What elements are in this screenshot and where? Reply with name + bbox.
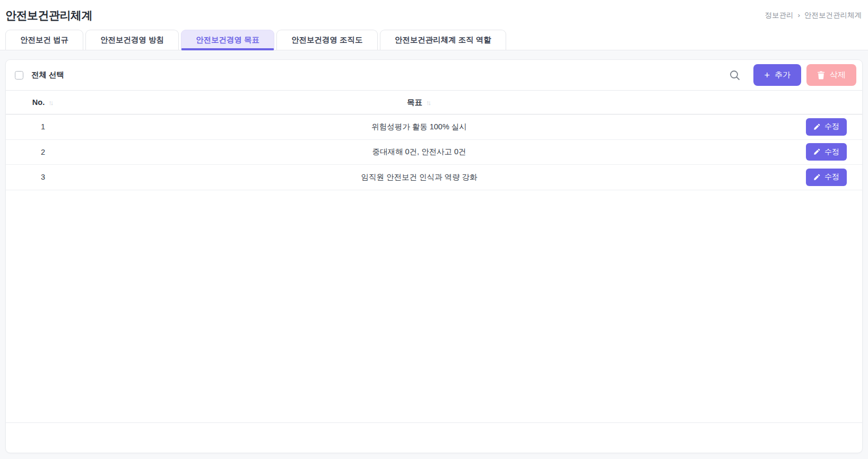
card-toolbar: 전체 선택 + 추가: [6, 60, 862, 90]
goal-text: 임직원 안전보건 인식과 역량 강화: [80, 172, 758, 182]
column-label: 목표: [407, 98, 422, 108]
table-row: 1 위험성평가 활동 100% 실시 수정: [6, 114, 862, 140]
plus-icon: +: [764, 70, 770, 80]
column-label: No.: [32, 98, 45, 107]
row-number: 2: [6, 148, 80, 156]
page-header: 안전보건관리체계 정보관리 › 안전보건관리체계: [0, 0, 868, 30]
edit-button-label: 수정: [824, 122, 839, 131]
toolbar-actions: + 추가 삭제: [725, 64, 856, 86]
breadcrumb-separator-icon: ›: [798, 11, 801, 19]
goal-text: 위험성평가 활동 100% 실시: [80, 122, 758, 132]
select-all-checkbox[interactable]: [15, 71, 23, 80]
edit-button[interactable]: 수정: [806, 118, 847, 136]
tab-label: 안전보건경영 방침: [100, 35, 164, 45]
tab-label: 안전보건 법규: [20, 35, 68, 45]
tab-org-roles[interactable]: 안전보건관리체계 조직 역할: [380, 30, 506, 50]
breadcrumb: 정보관리 › 안전보건관리체계: [765, 11, 862, 20]
delete-button-label: 삭제: [830, 70, 846, 80]
edit-button[interactable]: 수정: [806, 169, 847, 186]
add-button-label: 추가: [775, 70, 791, 80]
tab-management-policy[interactable]: 안전보건경영 방침: [85, 30, 179, 50]
goals-card: 전체 선택 + 추가: [5, 59, 863, 453]
row-actions: 수정: [758, 118, 862, 136]
card-footer: [6, 422, 862, 453]
row-actions: 수정: [758, 143, 862, 161]
goal-text: 중대재해 0건, 안전사고 0건: [80, 147, 758, 157]
add-button[interactable]: + 추가: [753, 64, 801, 86]
magnifier-icon: [729, 69, 741, 81]
delete-button[interactable]: 삭제: [806, 64, 856, 86]
edit-button-label: 수정: [824, 147, 839, 157]
sort-icon[interactable]: ↑↓: [426, 99, 431, 106]
table-header: No. ↑↓ 목표 ↑↓: [6, 90, 862, 114]
tab-management-goals[interactable]: 안전보건경영 목표: [181, 30, 274, 50]
row-number: 1: [6, 122, 80, 131]
breadcrumb-item-current: 안전보건관리체계: [804, 11, 862, 20]
tab-safety-health-regulations[interactable]: 안전보건 법규: [5, 30, 83, 50]
sort-icon[interactable]: ↑↓: [48, 99, 54, 106]
column-header-no[interactable]: No. ↑↓: [6, 98, 80, 107]
select-all-label: 전체 선택: [31, 70, 64, 80]
tab-label: 안전보건경영 조직도: [291, 35, 363, 45]
tab-label: 안전보건경영 목표: [196, 35, 259, 45]
edit-button-label: 수정: [824, 172, 839, 182]
edit-button[interactable]: 수정: [806, 143, 847, 161]
pencil-icon: [813, 174, 820, 181]
tab-management-org-chart[interactable]: 안전보건경영 조직도: [276, 30, 378, 50]
table-row: 2 중대재해 0건, 안전사고 0건 수정: [6, 140, 862, 165]
tab-label: 안전보건관리체계 조직 역할: [395, 35, 491, 45]
table-row: 3 임직원 안전보건 인식과 역량 강화 수정: [6, 165, 862, 190]
content-area: 전체 선택 + 추가: [0, 50, 868, 459]
page-title: 안전보건관리체계: [5, 8, 92, 23]
trash-icon: [817, 71, 825, 80]
search-button[interactable]: [725, 65, 745, 85]
pencil-icon: [813, 123, 820, 130]
row-number: 3: [6, 173, 80, 181]
table-empty-space: [6, 190, 862, 423]
row-actions: 수정: [758, 169, 862, 186]
tab-bar: 안전보건 법규 안전보건경영 방침 안전보건경영 목표 안전보건경영 조직도 안…: [0, 30, 868, 50]
column-header-goal[interactable]: 목표 ↑↓: [80, 98, 758, 108]
pencil-icon: [813, 148, 820, 155]
select-all: 전체 선택: [15, 70, 64, 80]
breadcrumb-item-parent[interactable]: 정보관리: [765, 11, 794, 20]
